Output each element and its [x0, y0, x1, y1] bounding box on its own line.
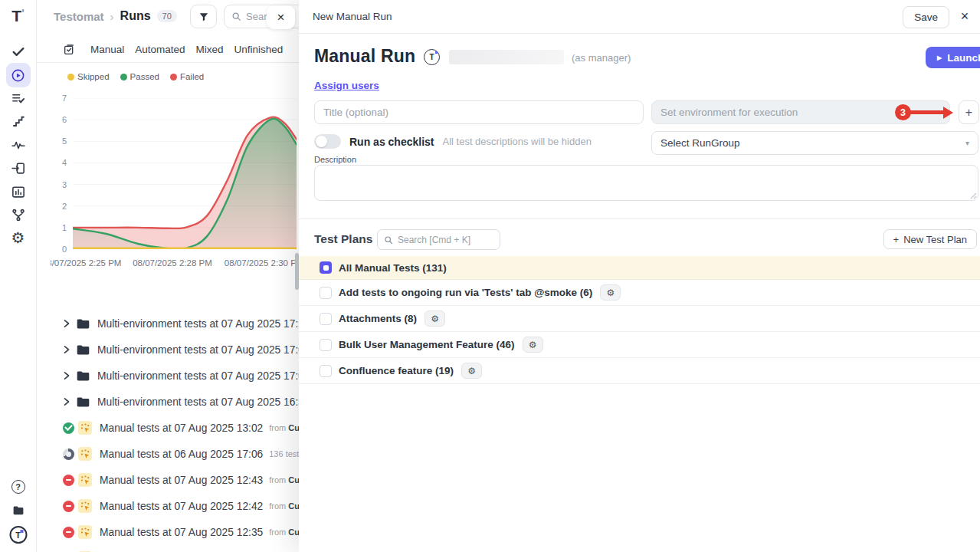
chart-x-axis: 08/07/2025 2:25 PM08/07/2025 2:28 PM08/0…	[73, 258, 297, 271]
run-row[interactable]: Manual tests at 07 Aug 2025 12:35 from C…	[37, 519, 299, 545]
panel-title: New Manual Run	[313, 11, 392, 22]
description-textarea[interactable]	[314, 165, 978, 201]
breadcrumb: Testomat › Runs 70	[54, 9, 177, 23]
runs-tabbar: Manual Automated Mixed Unfinished	[37, 37, 299, 63]
run-row-folder[interactable]: Multi-environment tests at 07 Aug 2025 1…	[37, 389, 299, 415]
icon-rail: T' ⚙ ? T	[0, 0, 37, 552]
breadcrumb-parent[interactable]: Testomat	[54, 10, 104, 23]
close-icon[interactable]: ×	[956, 8, 973, 25]
test-plan-row[interactable]: Confluence feature (19) ⚙	[299, 358, 980, 384]
folders-icon[interactable]	[11, 504, 25, 517]
check-icon[interactable]	[11, 44, 25, 59]
legend-item[interactable]: Skipped	[67, 72, 110, 81]
assign-users-link[interactable]: Assign users	[314, 80, 379, 91]
plan-settings-button[interactable]: ⚙	[523, 337, 543, 353]
new-test-plan-button[interactable]: + New Test Plan	[883, 229, 977, 249]
plan-settings-button[interactable]: ⚙	[424, 310, 445, 327]
x-tick-label: 08/07/2025 2:28 PM	[133, 258, 212, 268]
test-plans-list: All Manual Tests (131) Add tests to ongo…	[299, 256, 980, 384]
test-plan-row[interactable]: Attachments (8) ⚙	[299, 306, 980, 332]
run-meta: from Custom	[269, 501, 299, 511]
run-as-checklist-toggle[interactable]	[314, 134, 341, 149]
legend-item[interactable]: Failed	[170, 72, 204, 81]
status-failed-icon	[63, 501, 74, 512]
chart-plot-area[interactable]	[73, 98, 297, 249]
run-title-input[interactable]	[314, 100, 644, 124]
legend-dot	[170, 74, 177, 80]
tab-unfinished[interactable]: Unfinished	[234, 44, 284, 55]
legend-label: Failed	[180, 72, 204, 81]
panel-detach-close-button[interactable]: ×	[267, 5, 295, 29]
plan-settings-button[interactable]: ⚙	[600, 284, 621, 301]
add-environment-button[interactable]: +	[959, 100, 979, 124]
list-check-icon[interactable]	[11, 91, 25, 106]
annotation-arrow	[910, 110, 944, 114]
legend-item[interactable]: Passed	[120, 72, 159, 81]
import-icon[interactable]	[11, 161, 25, 176]
bar-chart-icon[interactable]	[11, 185, 25, 199]
chevron-right-icon[interactable]	[63, 319, 70, 328]
gear-icon[interactable]: ⚙	[11, 230, 25, 245]
branch-icon[interactable]	[11, 208, 25, 222]
legend-label: Skipped	[77, 72, 110, 81]
meta-prefix: from	[269, 527, 286, 537]
checkbox-checked[interactable]	[320, 261, 332, 274]
launch-button[interactable]: ▶ Launch	[926, 47, 980, 68]
run-row[interactable]: Manual tests at 07 Aug 2025 12:43 from C…	[37, 467, 299, 493]
manual-run-icon	[78, 525, 92, 539]
chevron-right-icon[interactable]	[63, 371, 70, 380]
run-title: Multi-environment tests at 07 Aug 2025 1…	[97, 344, 299, 356]
run-row-folder[interactable]: Multi-environment tests at 07 Aug 2025 1…	[37, 310, 299, 337]
meta-source: Custom	[288, 527, 299, 537]
legend-label: Passed	[130, 72, 159, 81]
x-tick-label: 08/07/2025 2:30 PM	[225, 258, 297, 268]
run-row-partial[interactable]	[37, 545, 299, 552]
checkbox-unchecked[interactable]	[320, 365, 332, 377]
checkbox-unchecked[interactable]	[320, 313, 332, 325]
run-row[interactable]: Manual tests at 07 Aug 2025 13:02 from C…	[37, 415, 299, 441]
badge-glyph: T	[9, 526, 27, 544]
plan-settings-button[interactable]: ⚙	[461, 363, 482, 379]
test-plans-search-input[interactable]	[398, 235, 486, 245]
new-test-plan-label: New Test Plan	[903, 234, 967, 245]
checkbox-unchecked[interactable]	[320, 339, 332, 351]
pulse-icon[interactable]	[11, 138, 25, 153]
chevron-down-icon: ▾	[965, 139, 969, 147]
checkbox-unchecked[interactable]	[320, 287, 332, 299]
run-row[interactable]: Manual tests at 07 Aug 2025 12:42 from C…	[37, 493, 299, 519]
run-meta: from Custom	[269, 423, 299, 432]
help-icon[interactable]: ?	[11, 480, 25, 494]
testomat-logo[interactable]: T'	[11, 7, 24, 25]
run-row[interactable]: Manual tests at 06 Aug 2025 17:06 136 te…	[37, 441, 299, 467]
search-icon	[384, 235, 393, 245]
save-button[interactable]: Save	[903, 6, 949, 28]
tab-manual[interactable]: Manual	[90, 44, 124, 55]
tab-mixed[interactable]: Mixed	[196, 44, 224, 55]
filter-button[interactable]	[190, 5, 217, 28]
breadcrumb-current[interactable]: Runs	[120, 9, 151, 23]
chevron-right-icon[interactable]	[63, 397, 70, 406]
test-plan-row[interactable]: All Manual Tests (131)	[299, 256, 980, 280]
test-plan-row[interactable]: Bulk User Management Feature (46) ⚙	[299, 332, 980, 358]
tab-automated[interactable]: Automated	[135, 44, 185, 55]
search-icon	[231, 12, 241, 21]
area-chart-svg	[73, 98, 297, 249]
gear-glyph: ⚙	[11, 230, 25, 245]
new-manual-run-panel: New Manual Run Save × Manual Run T (as m…	[299, 0, 980, 552]
chevron-right-icon[interactable]	[63, 345, 70, 354]
runs-chart: SkippedPassedFailed 01234567 08/07/2025 …	[51, 71, 297, 276]
meta-prefix: from	[269, 423, 286, 432]
y-tick-label: 5	[62, 136, 67, 146]
step-badge: 3	[895, 104, 911, 120]
select-all-icon[interactable]	[63, 44, 75, 56]
test-plan-row[interactable]: Add tests to ongoing run via 'Tests' tab…	[299, 280, 980, 306]
run-row-folder[interactable]: Multi-environment tests at 07 Aug 2025 1…	[37, 363, 299, 389]
funnel-icon	[198, 12, 209, 22]
play-circle-icon[interactable]	[6, 63, 31, 87]
meta-source: Custom	[288, 475, 299, 485]
steps-icon[interactable]	[11, 114, 25, 128]
rungroup-select[interactable]: Select RunGroup ▾	[651, 131, 978, 155]
testomat-badge-logo[interactable]: T	[9, 526, 27, 544]
run-row-folder[interactable]: Multi-environment tests at 07 Aug 2025 1…	[37, 337, 299, 363]
runs-page: Testomat › Runs 70 Manual Automated Mixe…	[37, 0, 299, 552]
